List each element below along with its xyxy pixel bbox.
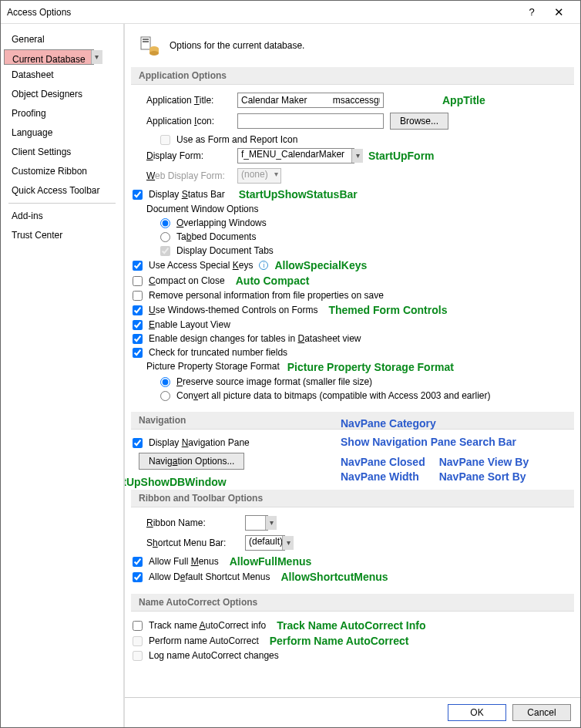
sidebar-item-language[interactable]: Language xyxy=(4,123,120,142)
ann-navclosed: NavPane Closed xyxy=(341,456,425,468)
themed-check[interactable] xyxy=(133,305,143,315)
svg-point-5 xyxy=(149,51,159,56)
content: Options for the current database. Applic… xyxy=(125,24,580,697)
sidebar-item-current-database[interactable]: Current Database xyxy=(4,49,94,65)
display-form-label: Display Form: xyxy=(146,150,231,161)
footer: OK Cancel xyxy=(125,697,580,727)
convert-radio[interactable] xyxy=(160,391,170,401)
log-check xyxy=(133,651,143,661)
ann-navview: NavPane View By xyxy=(439,456,529,468)
ann-fullmenus: AllowFullMenus xyxy=(230,555,312,568)
web-form-select: (none) xyxy=(237,168,281,184)
database-icon xyxy=(139,35,160,56)
app-icon-input[interactable] xyxy=(237,113,384,129)
ann-track: Track Name AutoCorrect Info xyxy=(277,619,425,632)
shortcut-label: Shortcut Menu Bar: xyxy=(146,538,239,548)
section-app-options: Application Options xyxy=(131,67,574,85)
ribbon-select[interactable] xyxy=(245,515,268,531)
sidebar-sep xyxy=(8,203,116,204)
ann-special: AllowSpecialKeys xyxy=(274,259,367,271)
trunc-check[interactable] xyxy=(133,348,143,358)
track-check[interactable] xyxy=(133,621,143,631)
tabbed-radio[interactable] xyxy=(160,232,170,242)
full-menus-check[interactable] xyxy=(133,557,143,567)
ann-navcat: NavPane Category xyxy=(341,417,436,430)
ann-statusbar: StartUpShowStatusBar xyxy=(239,188,358,201)
ribbon-label: Ribbon Name: xyxy=(146,517,239,528)
sidebar-item-datasheet[interactable]: Datasheet xyxy=(4,66,120,84)
svg-rect-1 xyxy=(143,39,149,40)
app-title-input[interactable] xyxy=(237,93,384,108)
sidebar-item-trust-center[interactable]: Trust Center xyxy=(4,226,120,244)
sidebar-item-quick-access-toolbar[interactable]: Quick Access Toolbar xyxy=(4,181,120,200)
ann-dbwindow: StartUpShowDBWindow xyxy=(125,476,227,488)
display-form-select[interactable]: f_MENU_CalendarMaker xyxy=(237,148,354,163)
preserve-radio[interactable] xyxy=(160,377,170,387)
special-keys-check[interactable] xyxy=(133,261,143,271)
ann-perform: Perform Name AutoCorrect xyxy=(270,635,409,647)
ann-pic: Picture Property Storage Format xyxy=(287,361,454,373)
compact-check[interactable] xyxy=(133,276,143,286)
sidebar-item-general[interactable]: General xyxy=(4,30,120,49)
doc-window-options: Document Window Options xyxy=(146,204,566,214)
app-title-label: Application Title: xyxy=(146,95,231,106)
status-bar-check[interactable] xyxy=(133,190,143,200)
sidebar-item-add-ins[interactable]: Add-ins xyxy=(4,207,120,225)
cancel-button[interactable]: Cancel xyxy=(512,704,571,721)
svg-rect-2 xyxy=(143,41,149,42)
sidebar-item-proofing[interactable]: Proofing xyxy=(4,104,120,123)
ann-navwidth: NavPane Width xyxy=(341,470,425,483)
display-nav-check[interactable] xyxy=(133,438,143,448)
help-button[interactable]: ? xyxy=(520,6,543,18)
layout-check[interactable] xyxy=(133,320,143,330)
sidebar-item-client-settings[interactable]: Client Settings xyxy=(4,143,120,161)
nav-options-button[interactable]: Navigation Options... xyxy=(139,453,244,470)
ann-navsort: NavPane Sort By xyxy=(439,470,529,483)
remove-pi-check[interactable] xyxy=(133,291,143,301)
shortcut-select[interactable]: (default) xyxy=(245,535,285,551)
ann-compact: Auto Compact xyxy=(236,275,310,287)
display-tabs-check xyxy=(160,246,170,256)
info-icon[interactable]: i xyxy=(259,261,268,270)
design-check[interactable] xyxy=(133,334,143,344)
page-desc: Options for the current database. xyxy=(170,40,304,51)
ann-themed: Themed Form Controls xyxy=(328,304,447,316)
window-title: Access Options xyxy=(7,7,520,18)
web-form-label: Web Display Form: xyxy=(146,170,231,181)
browse-button[interactable]: Browse... xyxy=(390,113,448,130)
ann-apptitle: AppTitle xyxy=(442,94,485,106)
app-icon-label: Application Icon: xyxy=(146,116,231,126)
section-ribbon: Ribbon and Toolbar Options xyxy=(131,490,574,507)
sidebar: GeneralCurrent DatabaseDatasheetObject D… xyxy=(1,24,124,727)
ok-button[interactable]: OK xyxy=(448,704,506,721)
sidebar-item-customize-ribbon[interactable]: Customize Ribbon xyxy=(4,162,120,180)
titlebar: Access Options ? ✕ xyxy=(1,1,580,24)
ann-shortcut: AllowShortcutMenus xyxy=(280,571,388,583)
overlap-radio[interactable] xyxy=(160,218,170,228)
close-button[interactable]: ✕ xyxy=(543,5,574,19)
section-autocorrect: Name AutoCorrect Options xyxy=(131,594,574,612)
sidebar-item-object-designers[interactable]: Object Designers xyxy=(4,85,120,103)
perform-check xyxy=(133,636,143,646)
pic-storage-label: Picture Property Storage Format xyxy=(146,361,280,373)
use-icon-check xyxy=(160,135,170,145)
shortcut-menus-check[interactable] xyxy=(133,572,143,582)
ann-startupform: StartUpForm xyxy=(368,150,435,162)
ann-navsearch: Show Navigation Pane Search Bar xyxy=(341,436,516,448)
